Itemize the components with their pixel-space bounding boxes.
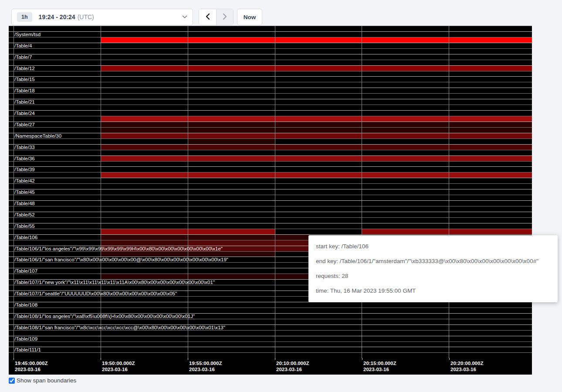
heatmap-row[interactable] — [9, 48, 532, 54]
next-button[interactable] — [216, 9, 233, 25]
heatmap-row[interactable]: /Table/7 — [9, 54, 532, 60]
heatmap-row[interactable]: /Table/52 — [9, 212, 532, 217]
heatmap-row[interactable] — [9, 105, 532, 110]
heatmap-row[interactable]: /Table/24 — [9, 110, 532, 116]
row-label: /Table/55 — [14, 223, 35, 229]
heatmap-row[interactable] — [9, 183, 532, 189]
axis-tick-label: 20:15:00.000Z2023-03-16 — [363, 360, 396, 372]
prev-button[interactable] — [199, 9, 216, 25]
axis-tick-label: 19:55:00.000Z2023-03-16 — [189, 360, 222, 372]
row-label: /Table/12 — [14, 66, 35, 71]
heatmap-band[interactable] — [101, 274, 309, 279]
heatmap-row[interactable] — [9, 341, 532, 347]
heatmap-row[interactable]: /Table/18 — [9, 88, 532, 93]
tooltip-end-key: end key: /Table/106/1/"amsterdam"/"\xb33… — [316, 254, 550, 269]
heatmap-row[interactable] — [9, 127, 532, 133]
heatmap-band[interactable] — [101, 252, 275, 257]
heatmap-row[interactable]: /Table/27 — [9, 122, 532, 127]
time-range-label: 19:24 - 20:24 — [39, 14, 75, 20]
heatmap-row[interactable]: /Table/45 — [9, 189, 532, 195]
heatmap-band[interactable] — [101, 133, 532, 139]
heatmap-row[interactable]: /Table/15 — [9, 76, 532, 82]
heatmap-band[interactable] — [188, 139, 275, 144]
key-visualizer-page: 1h 19:24 - 20:24 (UTC) Now /System/tsd/T… — [0, 0, 562, 392]
key-visualizer-chart[interactable]: /System/tsd/Table/4/Table/7/Table/12/Tab… — [9, 26, 532, 375]
heatmap-band[interactable] — [101, 122, 532, 127]
heatmap-row[interactable] — [9, 161, 532, 167]
heatmap-band[interactable] — [101, 66, 532, 71]
heatmap-row[interactable] — [9, 60, 532, 65]
heatmap-row[interactable]: /Table/42 — [9, 178, 532, 183]
row-label: /Table/36 — [14, 156, 35, 162]
axis-tick-date: 2023-03-16 — [363, 366, 396, 372]
row-label: /Table/4 — [14, 43, 32, 49]
heatmap-band[interactable] — [362, 229, 532, 234]
heatmap-row[interactable] — [9, 82, 532, 88]
axis-tick-date: 2023-03-16 — [15, 366, 47, 372]
time-range-selector[interactable]: 1h 19:24 - 20:24 (UTC) — [11, 9, 193, 25]
heatmap-row[interactable] — [9, 330, 532, 336]
heatmap-row[interactable]: /Table/108/1/"san francisco"/"\x8c\xcc\x… — [9, 324, 532, 330]
heatmap-row[interactable] — [9, 116, 532, 122]
heatmap-row[interactable] — [9, 37, 532, 43]
heatmap-row[interactable] — [9, 217, 532, 223]
heatmap-band[interactable] — [101, 156, 532, 161]
heatmap-band[interactable] — [101, 37, 532, 43]
axis-tick-label: 20:10:00.000Z2023-03-16 — [276, 360, 309, 372]
heatmap-row[interactable]: /Table/4 — [9, 43, 532, 48]
time-axis: 19:45:00.000Z2023-03-1619:50:00.000Z2023… — [9, 358, 532, 375]
heatmap-band[interactable] — [101, 116, 532, 122]
row-label: /System/tsd — [14, 32, 41, 37]
heatmap-row[interactable]: /Table/111/1 — [9, 347, 532, 352]
span-boundaries-control[interactable]: Show span boundaries — [9, 377, 76, 384]
heatmap-row[interactable]: /Table/33 — [9, 144, 532, 150]
row-label: /Table/111/1 — [14, 347, 41, 353]
heatmap-row[interactable] — [9, 71, 532, 77]
row-label: /Table/39 — [14, 167, 35, 172]
row-label: /Table/106/1/"san francisco"/"\x80\x00\x… — [14, 257, 228, 263]
heatmap-band[interactable] — [101, 128, 532, 133]
heatmap-row[interactable]: /Table/12 — [9, 65, 532, 71]
heatmap-row[interactable] — [9, 93, 532, 99]
span-boundaries-checkbox[interactable] — [9, 378, 15, 384]
heatmap-band[interactable] — [101, 240, 188, 246]
heatmap-row[interactable]: /Table/48 — [9, 200, 532, 206]
heatmap-band[interactable] — [101, 235, 309, 240]
heatmap-row[interactable]: /Table/36 — [9, 155, 532, 161]
heatmap-row[interactable]: /Table/108 — [9, 302, 532, 308]
axis-tick-date: 2023-03-16 — [102, 366, 135, 372]
heatmap-row[interactable] — [9, 26, 532, 31]
row-label: /Table/106/1/"los angeles"/"\x99\x99\x99… — [14, 246, 223, 252]
heatmap-row[interactable]: /Table/109 — [9, 336, 532, 341]
heatmap-band[interactable] — [101, 145, 532, 150]
heatmap-row[interactable]: /System/tsd — [9, 31, 532, 37]
time-nav-group — [199, 9, 234, 25]
row-label: /Table/107/1/"new york"/"\x11\x11\x11\x1… — [14, 280, 215, 285]
heatmap-row[interactable] — [9, 150, 532, 155]
heatmap-band[interactable] — [101, 172, 532, 178]
heatmap-row[interactable] — [9, 229, 532, 234]
chevron-down-icon — [182, 15, 187, 19]
heatmap-row[interactable] — [9, 139, 532, 144]
row-label: /Table/33 — [14, 145, 35, 150]
heatmap-row[interactable] — [9, 352, 532, 358]
row-label: /Table/106 — [14, 235, 37, 240]
heatmap-row[interactable]: /Table/21 — [9, 99, 532, 105]
row-label: /Table/18 — [14, 88, 35, 94]
heatmap-row[interactable] — [9, 195, 532, 200]
heatmap-row[interactable]: /Table/108/1/"los angeles"/"\xa8\xf5\u00… — [9, 313, 532, 319]
heatmap-row[interactable]: /NamespaceTable/30 — [9, 133, 532, 139]
heatmap-row[interactable]: /Table/55 — [9, 223, 532, 229]
row-label: /Table/108/1/"los angeles"/"\xa8\xf5\u00… — [14, 314, 195, 319]
axis-tick-label: 19:45:00.000Z2023-03-16 — [15, 360, 47, 372]
row-label: /Table/42 — [14, 178, 35, 184]
heatmap-row[interactable]: /Table/39 — [9, 166, 532, 172]
now-button[interactable]: Now — [237, 9, 262, 25]
heatmap-band[interactable] — [188, 240, 309, 246]
heatmap-row[interactable] — [9, 308, 532, 313]
heatmap-row[interactable] — [9, 319, 532, 324]
axis-tick-time: 20:10:00.000Z — [276, 360, 309, 366]
heatmap-band[interactable] — [101, 229, 275, 234]
heatmap-row[interactable] — [9, 172, 532, 178]
heatmap-row[interactable] — [9, 206, 532, 212]
